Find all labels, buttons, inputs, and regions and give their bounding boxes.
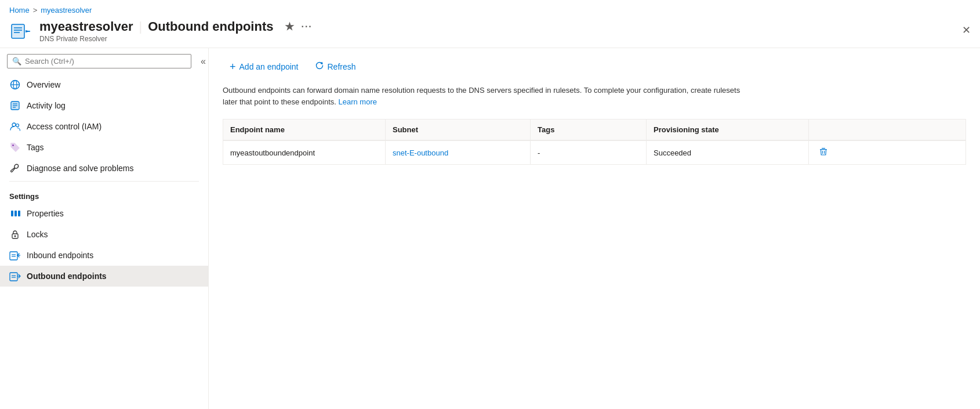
sidebar-item-outbound-endpoints-label: Outbound endpoints	[27, 272, 107, 281]
tag-icon	[9, 142, 21, 153]
header-title-group: myeastresolver | Outbound endpoints ★ ··…	[39, 19, 971, 43]
page-header: myeastresolver | Outbound endpoints ★ ··…	[0, 17, 980, 48]
cell-endpoint-name: myeastoutboundendpoint	[223, 141, 386, 164]
breadcrumb-resource[interactable]: myeastresolver	[41, 6, 92, 15]
search-input[interactable]	[25, 57, 186, 66]
main-layout: 🔍 « Overview	[0, 48, 980, 409]
col-actions	[809, 120, 838, 140]
col-subnet: Subnet	[386, 120, 531, 140]
resource-name: myeastresolver	[39, 19, 133, 34]
lock-icon	[9, 229, 21, 240]
sidebar-item-locks[interactable]: Locks	[0, 224, 208, 245]
cell-subnet: snet-E-outbound	[386, 141, 531, 164]
settings-divider	[9, 181, 199, 182]
search-icon: 🔍	[12, 57, 21, 66]
delete-endpoint-button[interactable]	[819, 147, 828, 158]
main-content: + Add an endpoint Refresh Outbound endpo…	[209, 48, 980, 409]
svg-point-15	[16, 124, 19, 127]
cell-tags: -	[531, 141, 647, 164]
table-row: myeastoutboundendpoint snet-E-outbound -…	[223, 141, 966, 164]
activity-icon	[9, 100, 21, 111]
cell-actions	[809, 141, 838, 164]
add-endpoint-button[interactable]: + Add an endpoint	[223, 58, 306, 75]
sidebar-item-access-control[interactable]: Access control (IAM)	[0, 116, 208, 137]
sidebar-item-outbound-endpoints[interactable]: Outbound endpoints	[0, 266, 208, 287]
svg-point-16	[12, 144, 13, 146]
search-bar-row: 🔍 «	[0, 48, 208, 74]
resource-icon	[9, 20, 32, 43]
refresh-label: Refresh	[328, 62, 356, 71]
bars-icon	[9, 208, 21, 219]
add-endpoint-label: Add an endpoint	[239, 62, 299, 71]
sidebar-item-access-control-label: Access control (IAM)	[27, 122, 101, 131]
outbound-icon	[9, 270, 21, 282]
sidebar-item-locks-label: Locks	[27, 230, 48, 239]
svg-rect-0	[12, 24, 24, 38]
sidebar-item-overview[interactable]: Overview	[0, 74, 208, 95]
col-provisioning-state: Provisioning state	[647, 120, 809, 140]
settings-section-header: Settings	[0, 184, 208, 203]
sidebar: 🔍 « Overview	[0, 48, 209, 409]
sidebar-item-inbound-endpoints-label: Inbound endpoints	[27, 251, 93, 260]
svg-point-21	[14, 236, 16, 237]
sidebar-item-properties[interactable]: Properties	[0, 203, 208, 224]
sidebar-item-diagnose-label: Diagnose and solve problems	[27, 164, 133, 173]
subnet-link[interactable]: snet-E-outbound	[393, 149, 448, 157]
sidebar-item-inbound-endpoints[interactable]: Inbound endpoints	[0, 245, 208, 266]
breadcrumb-home[interactable]: Home	[9, 6, 30, 15]
learn-more-link[interactable]: Learn more	[338, 97, 376, 106]
svg-rect-18	[14, 211, 17, 216]
search-input-wrap[interactable]: 🔍	[7, 54, 191, 68]
table-header: Endpoint name Subnet Tags Provisioning s…	[223, 120, 966, 141]
sidebar-item-overview-label: Overview	[27, 80, 60, 89]
svg-rect-29	[822, 148, 825, 149]
search-bar: 🔍	[0, 48, 198, 74]
breadcrumb-sep: >	[33, 6, 38, 15]
cell-provisioning-state: Succeeded	[647, 141, 809, 164]
collapse-sidebar-button[interactable]: «	[198, 54, 208, 69]
globe-icon	[9, 79, 21, 91]
toolbar: + Add an endpoint Refresh	[223, 57, 966, 75]
svg-rect-25	[10, 273, 17, 281]
page-title: Outbound endpoints	[148, 19, 273, 34]
favorite-icon[interactable]: ★	[285, 20, 294, 33]
col-endpoint-name: Endpoint name	[223, 120, 386, 140]
endpoints-table: Endpoint name Subnet Tags Provisioning s…	[223, 119, 966, 165]
wrench-icon	[9, 162, 21, 174]
more-options-icon[interactable]: ···	[301, 21, 312, 32]
svg-rect-19	[18, 211, 20, 216]
svg-rect-17	[11, 211, 13, 216]
add-icon: +	[230, 61, 236, 72]
sidebar-item-properties-label: Properties	[27, 209, 64, 218]
inbound-icon	[9, 249, 21, 261]
col-tags: Tags	[531, 120, 647, 140]
refresh-button[interactable]: Refresh	[308, 57, 363, 75]
sidebar-item-tags[interactable]: Tags	[0, 137, 208, 158]
description-text: Outbound endpoints can forward domain na…	[223, 85, 745, 107]
header-title: myeastresolver | Outbound endpoints ★ ··…	[39, 19, 971, 34]
svg-point-14	[12, 123, 16, 126]
refresh-icon	[315, 61, 324, 72]
header-actions: ★ ···	[285, 20, 312, 33]
people-icon	[9, 121, 21, 132]
close-icon[interactable]: ✕	[962, 24, 971, 37]
sidebar-item-activity-log-label: Activity log	[27, 101, 66, 110]
svg-rect-22	[10, 252, 17, 260]
header-separator: |	[139, 19, 142, 34]
description-content: Outbound endpoints can forward domain na…	[223, 86, 740, 106]
sidebar-item-diagnose[interactable]: Diagnose and solve problems	[0, 158, 208, 179]
sidebar-item-tags-label: Tags	[27, 143, 44, 152]
sidebar-item-activity-log[interactable]: Activity log	[0, 95, 208, 116]
header-subtitle: DNS Private Resolver	[39, 35, 971, 43]
svg-rect-28	[820, 149, 827, 150]
breadcrumb: Home > myeastresolver	[0, 0, 980, 17]
